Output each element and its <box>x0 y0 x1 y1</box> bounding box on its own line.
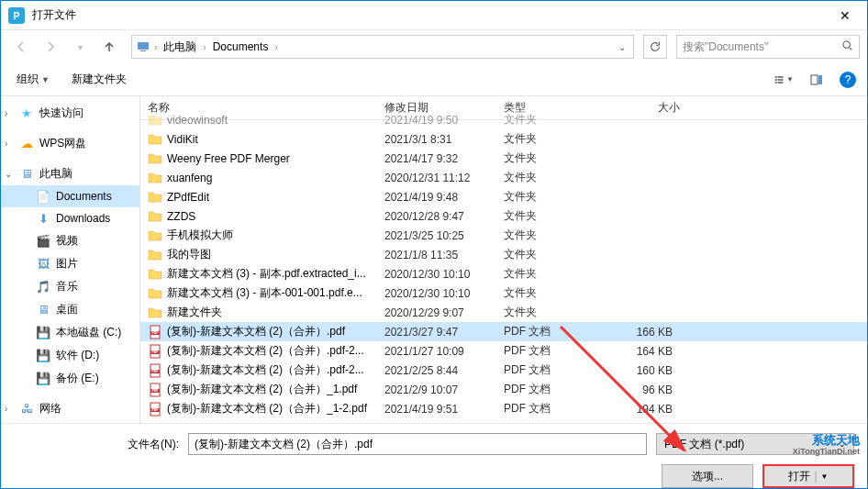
open-button[interactable]: 打开 | ▼ <box>762 464 854 488</box>
file-size: 166 KB <box>605 326 687 339</box>
file-size: 194 KB <box>605 403 687 416</box>
options-button[interactable]: 选项... <box>662 464 753 488</box>
preview-pane-button[interactable] <box>807 70 827 90</box>
pdf-icon: PDF <box>148 383 162 397</box>
view-button[interactable]: ▼ <box>773 70 794 90</box>
file-date: 2020/12/31 11:12 <box>377 172 496 184</box>
breadcrumb-documents[interactable]: Documents <box>210 39 272 55</box>
open-label: 打开 <box>788 469 810 484</box>
nav-up-button[interactable] <box>96 34 122 60</box>
expand-icon[interactable]: › <box>5 404 14 414</box>
sidebar-item-desktop[interactable]: 🖥 桌面 <box>1 298 139 321</box>
new-folder-button[interactable]: 新建文件夹 <box>67 69 131 90</box>
table-row[interactable]: PDF(复制)-新建文本文档 (2)（合并）.pdf-2...2021/1/27… <box>140 341 867 361</box>
file-name: 手机模拟大师 <box>167 228 233 243</box>
sidebar-item-pictures[interactable]: 🖼 图片 <box>1 252 139 275</box>
sidebar-label: 音乐 <box>56 279 78 295</box>
close-button[interactable]: ✕ <box>830 1 860 30</box>
table-row[interactable]: 新建文本文档 (3) - 副本-001-001.pdf.e...2020/12/… <box>140 283 867 303</box>
refresh-button[interactable] <box>643 35 667 59</box>
address-bar[interactable]: › 此电脑 › Documents › ⌄ <box>131 35 634 59</box>
sidebar-item-music[interactable]: 🎵 音乐 <box>1 275 139 298</box>
desktop-icon: 🖥 <box>36 303 50 317</box>
svg-text:PDF: PDF <box>152 331 160 335</box>
pdf-icon: PDF <box>148 344 162 359</box>
nav-back-button[interactable] <box>8 34 34 60</box>
table-row[interactable]: PDF(复制)-新建文本文档 (2)（合并）.pdf2021/3/27 9:47… <box>140 322 867 341</box>
file-size: 160 KB <box>605 364 687 377</box>
table-row[interactable]: PDF(复制)-新建文本文档 (2)（合并）_1.pdf2021/2/9 10:… <box>140 380 867 399</box>
table-row[interactable]: 我的导图2021/1/8 11:35文件夹 <box>140 245 867 264</box>
table-row[interactable]: videowinsoft 2021/4/19 9:50 文件夹 <box>140 110 867 129</box>
sidebar-item-drive-e[interactable]: 💾 备份 (E:) <box>1 367 139 390</box>
file-date: 2021/1/27 10:09 <box>377 345 496 358</box>
table-row[interactable]: ZPdfEdit2021/4/19 9:48文件夹 <box>140 187 867 206</box>
sidebar-item-drive-c[interactable]: 💾 本地磁盘 (C:) <box>1 321 139 344</box>
sidebar-label: 本地磁盘 (C:) <box>56 325 121 340</box>
table-row[interactable]: 新建文件夹2020/12/29 9:07文件夹 <box>140 303 867 322</box>
nav-recent-button[interactable]: ▾ <box>67 34 93 60</box>
search-placeholder: 搜索"Documents" <box>683 39 768 55</box>
file-type: PDF 文档 <box>496 401 605 417</box>
organize-button[interactable]: 组织 ▼ <box>12 69 54 90</box>
download-icon: ⬇ <box>36 211 50 226</box>
file-name: ZPdfEdit <box>167 191 209 204</box>
svg-text:PDF: PDF <box>152 350 160 354</box>
drive-icon: 💾 <box>36 372 50 386</box>
file-date: 2021/1/8 11:35 <box>377 249 496 261</box>
table-row[interactable]: ZZDS2020/12/28 9:47文件夹 <box>140 206 867 226</box>
table-row[interactable]: Weeny Free PDF Merger2021/4/17 9:32文件夹 <box>140 149 867 168</box>
folder-icon <box>148 190 162 205</box>
help-button[interactable]: ? <box>840 72 856 88</box>
sidebar-item-drive-d[interactable]: 💾 软件 (D:) <box>1 344 139 367</box>
sidebar-item-wps[interactable]: › ☁ WPS网盘 <box>1 132 139 155</box>
table-row[interactable]: PDF(复制)-新建文本文档 (2)（合并）_1-2.pdf2021/4/19 … <box>140 399 867 418</box>
folder-icon <box>148 151 162 166</box>
sidebar-item-videos[interactable]: 🎬 视频 <box>1 229 139 252</box>
svg-rect-9 <box>811 75 818 84</box>
table-row[interactable]: VidiKit2021/3/1 8:31文件夹 <box>140 129 867 149</box>
search-input[interactable]: 搜索"Documents" <box>676 35 860 59</box>
file-type: PDF 文档 <box>496 324 605 339</box>
sidebar-item-quick-access[interactable]: › ★ 快速访问 <box>1 102 139 125</box>
sidebar-item-documents[interactable]: 📄 Documents <box>1 185 139 207</box>
collapse-icon[interactable]: ⌄ <box>5 169 14 179</box>
search-icon <box>841 39 853 54</box>
drive-icon: 💾 <box>36 349 50 363</box>
arrow-up-icon <box>102 39 117 54</box>
expand-icon[interactable]: › <box>5 108 14 118</box>
sidebar-item-network[interactable]: › 🖧 网络 <box>1 397 139 420</box>
table-row[interactable]: 新建文本文档 (3) - 副本.pdf.extracted_i...2020/1… <box>140 264 867 283</box>
table-row[interactable]: PDF(复制)-新建文本文档 (2)（合并）.pdf-2...2021/2/25… <box>140 361 867 380</box>
sidebar-item-thispc[interactable]: ⌄ 🖥 此电脑 <box>1 162 139 185</box>
file-list[interactable]: videowinsoft 2021/4/19 9:50 文件夹 VidiKit2… <box>140 110 867 423</box>
file-date: 2020/12/30 10:10 <box>377 287 496 300</box>
filter-label: PDF 文档 (*.pdf) <box>664 437 744 452</box>
nav-forward-button[interactable] <box>38 34 63 60</box>
expand-icon[interactable]: › <box>5 139 14 149</box>
file-date: 2021/3/25 10:25 <box>377 229 496 242</box>
preview-pane-icon <box>809 72 824 87</box>
file-date: 2020/12/30 10:10 <box>377 268 496 281</box>
svg-rect-7 <box>775 82 777 83</box>
file-name: 新建文本文档 (3) - 副本-001-001.pdf.e... <box>167 285 362 301</box>
filename-input[interactable] <box>188 433 647 455</box>
cloud-icon: ☁ <box>19 137 34 151</box>
sidebar-label: 此电脑 <box>39 166 72 182</box>
svg-rect-1 <box>140 50 146 51</box>
file-size: 164 KB <box>605 345 687 358</box>
file-date: 2021/2/9 10:07 <box>377 383 496 396</box>
table-row[interactable]: 手机模拟大师2021/3/25 10:25文件夹 <box>140 226 867 245</box>
chevron-right-icon: › <box>154 42 157 52</box>
folder-icon <box>148 209 162 224</box>
file-type-filter[interactable]: PDF 文档 (*.pdf) ⌄ <box>656 433 854 455</box>
address-dropdown[interactable]: ⌄ <box>615 42 629 52</box>
file-name: 新建文本文档 (3) - 副本.pdf.extracted_i... <box>167 266 366 282</box>
window-title: 打开文件 <box>32 7 76 23</box>
sidebar-item-downloads[interactable]: ⬇ Downloads <box>1 207 139 229</box>
svg-text:PDF: PDF <box>152 389 160 393</box>
table-row[interactable]: xuanfeng2020/12/31 11:12文件夹 <box>140 168 867 187</box>
file-name: (复制)-新建文本文档 (2)（合并）_1-2.pdf <box>167 401 367 417</box>
sidebar-label: 网络 <box>39 401 61 417</box>
breadcrumb-thispc[interactable]: 此电脑 <box>161 38 199 57</box>
